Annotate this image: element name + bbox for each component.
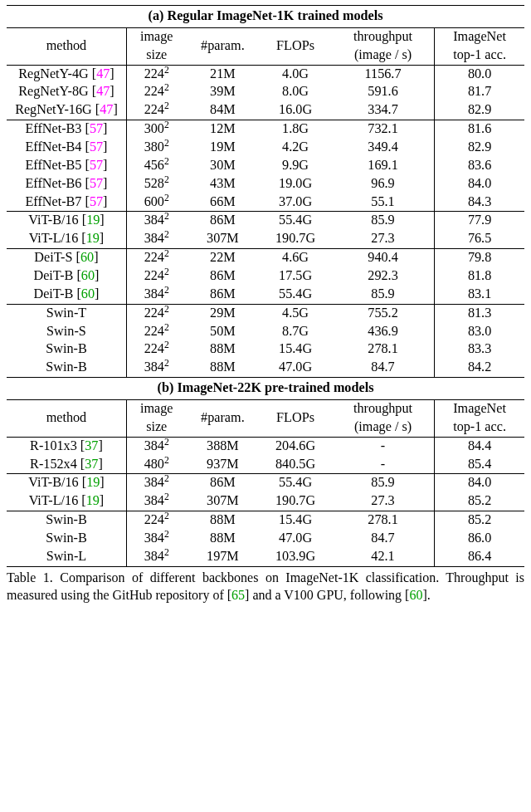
- citation-link[interactable]: 47: [100, 102, 113, 117]
- cell-flops: 103.9G: [259, 548, 332, 566]
- cell-image-size: 4802: [126, 456, 186, 474]
- cell-throughput: 940.4: [332, 249, 435, 267]
- table-row: ViT-B/16 [19]384286M55.4G85.977.9: [7, 212, 524, 230]
- citation-link[interactable]: 37: [85, 438, 98, 453]
- cell-param: 88M: [187, 511, 260, 530]
- cell-acc: 85.2: [435, 492, 524, 511]
- cell-acc: 84.4: [435, 437, 524, 455]
- cell-method: RegNetY-8G [47]: [7, 83, 126, 101]
- cell-throughput: 85.9: [332, 212, 435, 230]
- cell-flops: 1.8G: [259, 120, 332, 139]
- citation-link[interactable]: 47: [96, 66, 110, 81]
- cell-method: Swin-L: [7, 548, 126, 566]
- cell-param: 937M: [187, 456, 260, 474]
- citation-link[interactable]: 19: [86, 231, 100, 246]
- cell-flops: 47.0G: [259, 530, 332, 548]
- cell-image-size: 3842: [126, 548, 186, 566]
- cell-method: Swin-T: [7, 304, 126, 322]
- cell-flops: 4.0G: [259, 65, 332, 83]
- cell-param: 88M: [187, 530, 260, 548]
- table-row: RegNetY-16G [47]224284M16.0G334.782.9: [7, 101, 524, 120]
- hdr-param: #param.: [187, 27, 260, 65]
- cell-method: Swin-B: [7, 340, 126, 359]
- cell-param: 39M: [187, 83, 260, 101]
- table-row: Swin-L3842197M103.9G42.186.4: [7, 548, 524, 566]
- citation-link[interactable]: 47: [96, 84, 110, 99]
- table-row: ViT-L/16 [19]3842307M190.7G27.376.5: [7, 230, 524, 248]
- cell-flops: 190.7G: [259, 230, 332, 248]
- citation-link[interactable]: 37: [85, 457, 98, 472]
- hdr-flops: FLOPs: [259, 27, 332, 65]
- cell-acc: 77.9: [435, 212, 524, 230]
- cell-flops: 204.6G: [259, 437, 332, 455]
- hdr-param: #param.: [187, 400, 260, 438]
- table-row: Swin-B384288M47.0G84.786.0: [7, 530, 524, 548]
- cell-method: Swin-B: [7, 511, 126, 530]
- cell-acc: 84.0: [435, 175, 524, 193]
- cell-flops: 55.4G: [259, 212, 332, 230]
- cell-acc: 80.0: [435, 65, 524, 83]
- citation-link[interactable]: 57: [90, 158, 103, 173]
- section-b-title: (b) ImageNet-22K pre-trained models: [7, 378, 524, 400]
- cell-image-size: 2242: [126, 101, 186, 120]
- citation-link[interactable]: 60: [409, 588, 422, 602]
- citation-link[interactable]: 60: [81, 286, 95, 301]
- results-table: (a) Regular ImageNet-1K trained models m…: [7, 5, 524, 567]
- citation-link[interactable]: 60: [80, 250, 94, 265]
- cell-throughput: 755.2: [332, 304, 435, 322]
- cell-param: 21M: [187, 65, 260, 83]
- cell-throughput: 85.9: [332, 286, 435, 304]
- citation-link[interactable]: 57: [90, 176, 103, 191]
- cell-param: 197M: [187, 548, 260, 566]
- cell-param: 86M: [187, 267, 260, 286]
- cell-image-size: 3842: [126, 437, 186, 455]
- cell-throughput: -: [332, 437, 435, 455]
- cell-throughput: 436.9: [332, 323, 435, 341]
- cell-image-size: 2242: [126, 340, 186, 359]
- cell-image-size: 3842: [126, 286, 186, 304]
- cell-param: 88M: [187, 340, 260, 359]
- table-row: RegNetY-4G [47]224221M4.0G1156.780.0: [7, 65, 524, 83]
- cell-acc: 83.0: [435, 323, 524, 341]
- cell-param: 307M: [187, 492, 260, 511]
- citation-link[interactable]: 57: [90, 139, 103, 154]
- cell-throughput: 278.1: [332, 340, 435, 359]
- cell-throughput: 85.9: [332, 474, 435, 492]
- cell-method: DeiT-B [60]: [7, 267, 126, 286]
- cell-flops: 55.4G: [259, 286, 332, 304]
- citation-link[interactable]: 19: [86, 213, 100, 227]
- section-a-title: (a) Regular ImageNet-1K trained models: [7, 6, 524, 28]
- cell-param: 29M: [187, 304, 260, 322]
- hdr-acc: ImageNet top-1 acc.: [435, 27, 524, 65]
- citation-link[interactable]: 57: [90, 121, 103, 136]
- cell-method: ViT-B/16 [19]: [7, 474, 126, 492]
- citation-link[interactable]: 65: [231, 588, 245, 602]
- cell-acc: 84.0: [435, 474, 524, 492]
- table-row: R-101x3 [37]3842388M204.6G-84.4: [7, 437, 524, 455]
- table-row: Swin-B224288M15.4G278.183.3: [7, 340, 524, 359]
- citation-link[interactable]: 57: [90, 194, 103, 209]
- cell-method: R-101x3 [37]: [7, 437, 126, 455]
- table-row: EffNet-B5 [57]456230M9.9G169.183.6: [7, 157, 524, 175]
- cell-acc: 82.9: [435, 101, 524, 120]
- cell-param: 66M: [187, 193, 260, 212]
- cell-acc: 84.2: [435, 359, 524, 377]
- table-row: Swin-B384288M47.0G84.784.2: [7, 359, 524, 377]
- cell-image-size: 3842: [126, 230, 186, 248]
- table-row: R-152x4 [37]4802937M840.5G-85.4: [7, 456, 524, 474]
- cell-acc: 81.8: [435, 267, 524, 286]
- cell-acc: 83.3: [435, 340, 524, 359]
- cell-acc: 76.5: [435, 230, 524, 248]
- cell-method: ViT-L/16 [19]: [7, 492, 126, 511]
- cell-method: EffNet-B7 [57]: [7, 193, 126, 212]
- citation-link[interactable]: 60: [81, 268, 95, 283]
- citation-link[interactable]: 19: [86, 493, 100, 508]
- table-caption: Table 1. Comparison of different backbon…: [7, 567, 524, 604]
- citation-link[interactable]: 19: [86, 475, 100, 490]
- cell-acc: 86.0: [435, 530, 524, 548]
- cell-image-size: 3842: [126, 492, 186, 511]
- cell-acc: 83.1: [435, 286, 524, 304]
- cell-image-size: 2242: [126, 249, 186, 267]
- cell-acc: 79.8: [435, 249, 524, 267]
- cell-throughput: 591.6: [332, 83, 435, 101]
